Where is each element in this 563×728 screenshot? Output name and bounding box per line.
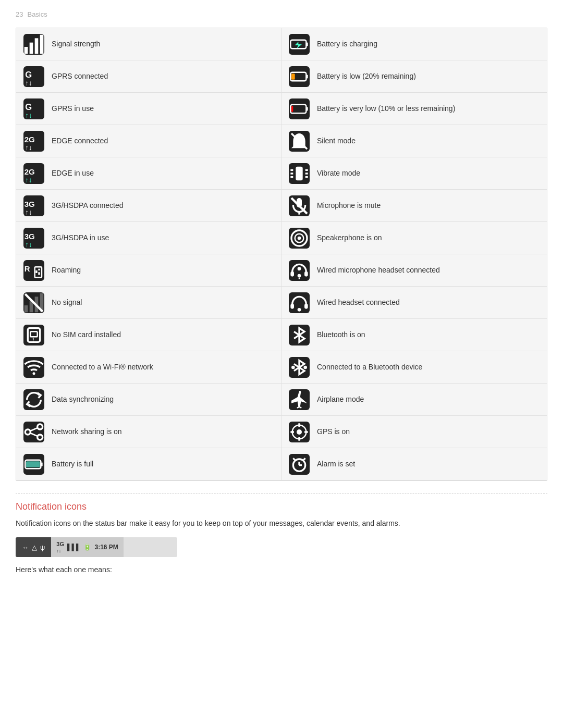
divider: [16, 493, 547, 494]
svg-rect-55: [304, 303, 308, 309]
cell-signal-strength: Signal strength: [16, 28, 282, 60]
svg-point-46: [298, 274, 301, 277]
label-battery-full: Battery is full: [52, 459, 93, 468]
svg-text:3G: 3G: [25, 231, 35, 240]
icon-alarm-set: [289, 454, 310, 475]
svg-rect-41: [35, 270, 37, 273]
svg-rect-5: [306, 42, 308, 46]
label-roaming: Roaming: [52, 265, 81, 275]
icon-3g-connected: 3G↑↓: [23, 195, 44, 216]
svg-text:↑↓: ↑↓: [25, 111, 32, 119]
svg-point-63: [25, 429, 30, 435]
icon-data-sync: [23, 389, 44, 410]
here-text: Here's what each one means:: [16, 565, 547, 574]
svg-rect-71: [41, 462, 42, 466]
svg-text:R: R: [25, 264, 30, 273]
label-edge-connected: EDGE connected: [52, 136, 108, 145]
label-battery-charging: Battery is charging: [317, 39, 377, 48]
cell-edge-in-use: 2G↑↓EDGE in use: [16, 157, 282, 190]
icon-3g-in-use: 3G↑↓: [23, 228, 44, 249]
icon-wired-headset: [289, 292, 310, 313]
svg-rect-49: [25, 305, 28, 312]
label-no-signal: No signal: [52, 298, 82, 307]
svg-rect-72: [26, 461, 40, 467]
icon-wifi-connected: [23, 357, 44, 378]
label-wifi-connected: Connected to a Wi-Fi® network: [52, 362, 153, 372]
section-name: Basics: [27, 10, 47, 18]
cell-silent-mode: Silent mode: [282, 125, 547, 157]
cell-mic-mute: Microphone is mute: [282, 190, 547, 222]
svg-rect-22: [296, 166, 302, 180]
label-wired-headset: Wired headset connected: [317, 298, 400, 307]
label-data-sync: Data synchronizing: [52, 394, 114, 404]
svg-rect-45: [304, 271, 308, 276]
svg-rect-43: [38, 272, 40, 275]
svg-text:↑↓: ↑↓: [25, 79, 32, 87]
icon-roaming: R: [23, 260, 44, 281]
cell-battery-very-low: Battery is very low (10% or less remaini…: [282, 93, 547, 125]
cell-alarm-set: Alarm is set: [282, 448, 547, 480]
icon-no-signal: [23, 292, 44, 313]
svg-line-67: [30, 433, 38, 436]
status-time: 3:16 PM: [94, 544, 118, 551]
label-bluetooth-connected: Connected to a Bluetooth device: [317, 362, 422, 372]
label-bluetooth-on: Bluetooth is on: [317, 330, 365, 339]
svg-rect-11: [291, 73, 295, 80]
svg-text:↑↓: ↑↓: [25, 240, 32, 248]
icon-no-sim: !: [23, 325, 44, 346]
cell-wired-headset: Wired headset connected: [282, 287, 547, 319]
icon-bluetooth-on: [289, 325, 310, 346]
svg-text:↑↓: ↑↓: [25, 143, 32, 151]
icon-battery-full: [23, 454, 44, 475]
cell-speakerphone: Speakerphone is on: [282, 222, 547, 254]
svg-point-64: [38, 424, 43, 429]
svg-line-77: [303, 458, 305, 460]
svg-text:2G: 2G: [25, 134, 35, 143]
svg-point-65: [38, 435, 43, 440]
label-airplane: Airplane mode: [317, 394, 364, 404]
icon-battery-low: [289, 66, 310, 87]
svg-point-56: [298, 308, 301, 312]
cell-battery-charging: Battery is charging: [282, 28, 547, 60]
icon-battery-charging: [289, 34, 310, 55]
icon-network-sharing: [23, 422, 44, 442]
svg-rect-54: [290, 303, 294, 309]
svg-rect-10: [306, 75, 308, 78]
cell-airplane: Airplane mode: [282, 384, 547, 416]
cell-vibrate-mode: Vibrate mode: [282, 157, 547, 190]
page-number: 23: [16, 10, 23, 18]
svg-text:G: G: [25, 102, 32, 112]
svg-text:3G: 3G: [25, 199, 35, 208]
status-left-icons: ↔ △ ψ: [16, 537, 51, 557]
cell-no-sim: !No SIM card installed: [16, 319, 282, 351]
cell-network-sharing: Network sharing is on: [16, 416, 282, 448]
icon-edge-connected: 2G↑↓: [23, 131, 44, 152]
icon-gprs-in-use: G↑↓: [23, 98, 44, 119]
icon-bluetooth-connected: [289, 357, 310, 378]
svg-point-61: [291, 365, 295, 369]
icon-silent-mode: [289, 131, 310, 152]
label-3g-connected: 3G/HSDPA connected: [52, 201, 123, 210]
label-network-sharing: Network sharing is on: [52, 427, 122, 436]
svg-text:!: !: [32, 336, 34, 343]
cell-3g-connected: 3G↑↓3G/HSDPA connected: [16, 190, 282, 222]
label-no-sim: No SIM card installed: [52, 330, 121, 339]
cell-data-sync: Data synchronizing: [16, 384, 282, 416]
svg-rect-2: [35, 38, 39, 54]
page-header: 23 Basics: [16, 10, 547, 18]
icon-wired-mic-headset: [289, 260, 310, 281]
cell-gprs-connected: G↑↓GPRS connected: [16, 60, 282, 93]
icon-battery-very-low: [289, 98, 310, 119]
cell-wired-mic-headset: Wired microphone headset connected: [282, 254, 547, 287]
svg-rect-16: [291, 106, 293, 112]
cell-battery-full: Battery is full: [16, 448, 282, 480]
svg-rect-42: [38, 268, 40, 270]
label-edge-in-use: EDGE in use: [52, 168, 94, 178]
svg-line-76: [293, 458, 295, 460]
icon-vibrate-mode: [289, 163, 310, 184]
svg-text:2G: 2G: [25, 167, 35, 176]
svg-line-66: [30, 428, 38, 431]
label-signal-strength: Signal strength: [52, 39, 100, 48]
label-mic-mute: Microphone is mute: [317, 201, 381, 210]
cell-bluetooth-connected: Connected to a Bluetooth device: [282, 351, 547, 384]
